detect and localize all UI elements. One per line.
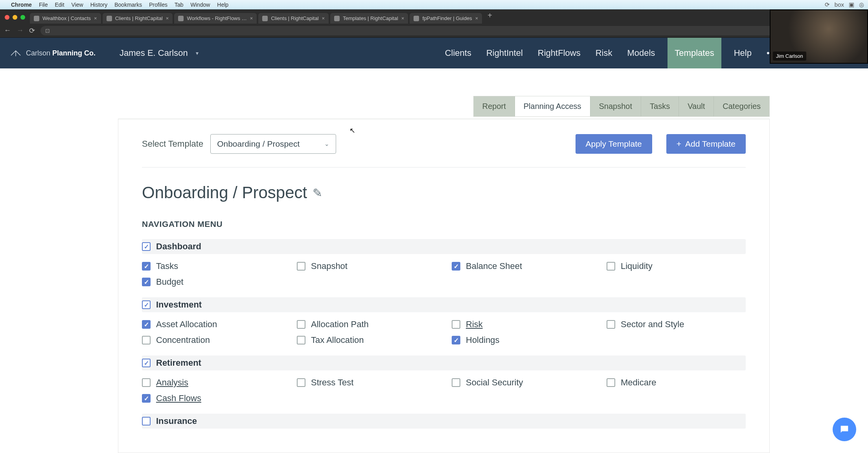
nav-item[interactable]: Budget [142, 277, 281, 287]
nav-item[interactable]: Risk [452, 319, 591, 330]
minimize-window-icon[interactable] [13, 15, 17, 20]
maximize-window-icon[interactable] [20, 15, 25, 20]
nav-help[interactable]: Help [732, 38, 754, 68]
nav-item[interactable]: Allocation Path [297, 319, 436, 330]
item-checkbox[interactable] [452, 320, 460, 329]
tab-snapshot[interactable]: Snapshot [590, 96, 642, 116]
menu-file[interactable]: File [39, 2, 48, 8]
nav-clients[interactable]: Clients [443, 38, 474, 68]
tab-vault[interactable]: Vault [679, 96, 714, 116]
add-template-button[interactable]: +Add Template [666, 134, 746, 154]
user-dropdown[interactable]: James E. Carlson ▾ [120, 48, 199, 58]
menu-profiles[interactable]: Profiles [149, 2, 167, 8]
close-tab-icon[interactable]: × [475, 15, 478, 21]
browser-tab[interactable]: Clients | RightCapital× [258, 13, 329, 24]
app-name[interactable]: Chrome [11, 2, 32, 8]
nav-rightflows[interactable]: RightFlows [535, 38, 583, 68]
item-checkbox[interactable] [142, 262, 151, 271]
item-checkbox[interactable] [607, 378, 615, 387]
group-checkbox[interactable] [142, 300, 151, 309]
item-checkbox[interactable] [142, 394, 151, 403]
nav-models[interactable]: Models [625, 38, 657, 68]
item-checkbox[interactable] [452, 336, 460, 344]
nav-item[interactable]: Asset Allocation [142, 319, 281, 330]
video-participant[interactable]: Jim Carlson [770, 9, 868, 64]
item-checkbox[interactable] [297, 262, 305, 271]
group-header[interactable]: Investment [142, 297, 746, 312]
squares-icon[interactable]: ▣ [849, 1, 854, 8]
group-header[interactable]: Dashboard [142, 239, 746, 254]
nav-item[interactable]: Liquidity [607, 261, 746, 271]
brand-name: Carlson Planning Co. [26, 49, 96, 57]
close-tab-icon[interactable]: × [322, 15, 325, 21]
nav-item[interactable]: Analysis [142, 378, 281, 388]
item-checkbox[interactable] [142, 378, 151, 387]
browser-tab[interactable]: fpPathFinder | Guides× [410, 13, 482, 24]
select-template-dropdown[interactable]: Onboarding / Prospect ⌄ [210, 134, 336, 154]
circle-icon[interactable]: ◎ [859, 1, 864, 8]
nav-item[interactable]: Stress Test [297, 378, 436, 388]
group-header[interactable]: Retirement [142, 355, 746, 370]
nav-item[interactable]: Tax Allocation [297, 335, 436, 345]
menu-history[interactable]: History [90, 2, 108, 8]
menu-edit[interactable]: Edit [55, 2, 64, 8]
chat-bubble-icon[interactable] [833, 418, 856, 441]
nav-item[interactable]: Snapshot [297, 261, 436, 271]
back-button[interactable]: ← [4, 26, 11, 35]
nav-item[interactable]: Cash Flows [142, 393, 281, 403]
nav-templates[interactable]: Templates [668, 38, 721, 68]
item-checkbox[interactable] [297, 336, 305, 344]
group-header[interactable]: Insurance [142, 414, 746, 429]
menu-view[interactable]: View [72, 2, 83, 8]
reload-button[interactable]: ⟳ [29, 26, 35, 35]
close-window-icon[interactable] [5, 15, 9, 20]
menu-tab[interactable]: Tab [175, 2, 184, 8]
menu-help[interactable]: Help [217, 2, 228, 8]
edit-title-icon[interactable]: ✎ [313, 186, 322, 200]
forward-button[interactable]: → [17, 26, 24, 35]
close-tab-icon[interactable]: × [250, 15, 253, 21]
tab-report[interactable]: Report [474, 96, 515, 116]
nav-item[interactable]: Social Security [452, 378, 591, 388]
nav-item[interactable]: Balance Sheet [452, 261, 591, 271]
item-checkbox[interactable] [452, 262, 460, 271]
nav-item[interactable]: Holdings [452, 335, 591, 345]
select-template-label: Select Template [142, 139, 203, 149]
group-checkbox[interactable] [142, 417, 151, 425]
nav-item[interactable]: Concentration [142, 335, 281, 345]
brand[interactable]: Carlson Planning Co. [9, 49, 120, 57]
nav-item[interactable]: Sector and Style [607, 319, 746, 330]
menu-window[interactable]: Window [191, 2, 210, 8]
nav-rightintel[interactable]: RightIntel [484, 38, 525, 68]
browser-tab[interactable]: Workflows - RightFlows | Rig× [174, 13, 257, 24]
url-field[interactable]: ⊡ [40, 26, 851, 35]
browser-tab[interactable]: Clients | RightCapital× [103, 13, 173, 24]
close-tab-icon[interactable]: × [401, 15, 405, 21]
nav-item[interactable]: Tasks [142, 261, 281, 271]
box-icon[interactable]: box [835, 1, 844, 8]
item-checkbox[interactable] [142, 336, 151, 344]
menu-bookmarks[interactable]: Bookmarks [114, 2, 142, 8]
browser-tab[interactable]: Templates | RightCapital× [330, 13, 408, 24]
item-checkbox[interactable] [297, 320, 305, 329]
group-checkbox[interactable] [142, 359, 151, 367]
tab-tasks[interactable]: Tasks [641, 96, 679, 116]
tab-planning-access[interactable]: Planning Access [515, 96, 590, 116]
tab-categories[interactable]: Categories [714, 96, 769, 116]
close-tab-icon[interactable]: × [166, 15, 169, 21]
nav-item[interactable]: Medicare [607, 378, 746, 388]
new-tab-button[interactable]: + [484, 11, 496, 22]
sync-icon[interactable]: ⟳ [825, 1, 830, 8]
item-checkbox[interactable] [452, 378, 460, 387]
item-checkbox[interactable] [607, 320, 615, 329]
close-tab-icon[interactable]: × [94, 15, 97, 21]
item-checkbox[interactable] [142, 320, 151, 329]
window-controls[interactable] [3, 15, 28, 24]
nav-risk[interactable]: Risk [593, 38, 615, 68]
group-checkbox[interactable] [142, 242, 151, 251]
item-checkbox[interactable] [142, 278, 151, 286]
apply-template-button[interactable]: Apply Template [576, 134, 652, 154]
browser-tab[interactable]: Wealthbox | Contacts× [30, 13, 101, 24]
item-checkbox[interactable] [607, 262, 615, 271]
item-checkbox[interactable] [297, 378, 305, 387]
